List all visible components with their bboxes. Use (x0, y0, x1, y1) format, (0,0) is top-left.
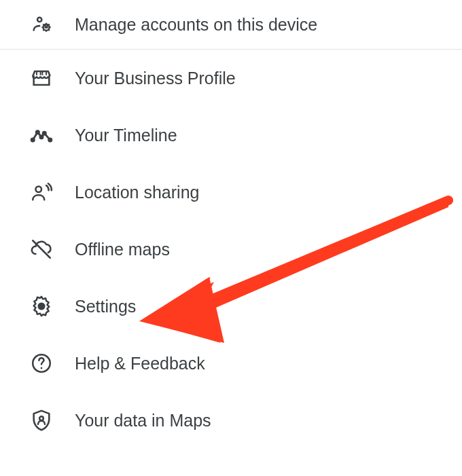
menu-label: Offline maps (75, 240, 170, 259)
menu-item-location-sharing[interactable]: Location sharing (0, 164, 462, 221)
menu-label: Your Timeline (75, 126, 177, 145)
timeline-icon (30, 124, 53, 147)
menu-label: Location sharing (75, 183, 199, 202)
svg-point-11 (41, 367, 43, 369)
menu-item-help-feedback[interactable]: Help & Feedback (0, 335, 462, 392)
menu-item-manage-accounts[interactable]: Manage accounts on this device (0, 0, 462, 49)
menu-item-business-profile[interactable]: Your Business Profile (0, 50, 462, 107)
svg-point-9 (39, 304, 45, 310)
menu-item-offline-maps[interactable]: Offline maps (0, 221, 462, 278)
menu-label: Settings (75, 297, 136, 316)
location-sharing-icon (30, 181, 53, 204)
privacy-shield-icon (30, 409, 53, 432)
menu-label: Your data in Maps (75, 411, 211, 431)
menu-label: Help & Feedback (75, 354, 205, 373)
svg-point-7 (49, 139, 52, 141)
svg-point-3 (31, 139, 34, 141)
svg-point-4 (36, 131, 39, 134)
menu-item-settings[interactable]: Settings (0, 278, 462, 335)
svg-point-6 (43, 132, 46, 134)
menu-item-timeline[interactable]: Your Timeline (0, 107, 462, 164)
svg-point-5 (40, 136, 43, 139)
svg-point-12 (39, 416, 43, 420)
cloud-off-icon (30, 238, 53, 261)
settings-icon (30, 295, 53, 318)
storefront-icon (30, 67, 53, 90)
svg-point-8 (36, 187, 42, 193)
menu-item-your-data[interactable]: Your data in Maps (0, 392, 462, 449)
manage-accounts-icon (30, 13, 53, 36)
help-icon (30, 352, 53, 375)
menu-label: Manage accounts on this device (75, 15, 317, 35)
svg-point-0 (37, 18, 41, 22)
menu-label: Your Business Profile (75, 69, 236, 88)
